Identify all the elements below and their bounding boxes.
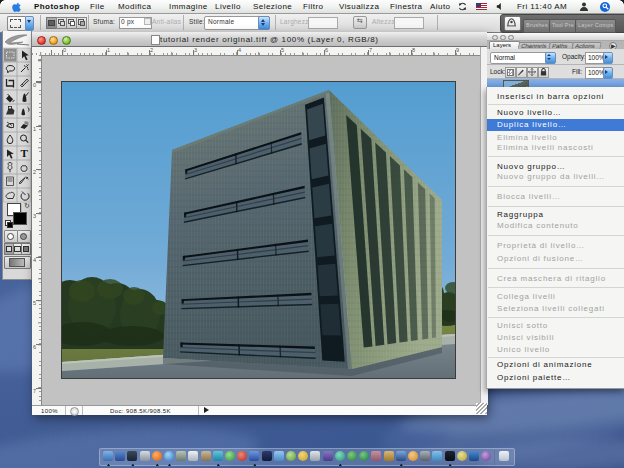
- svg-text:T: T: [21, 147, 29, 159]
